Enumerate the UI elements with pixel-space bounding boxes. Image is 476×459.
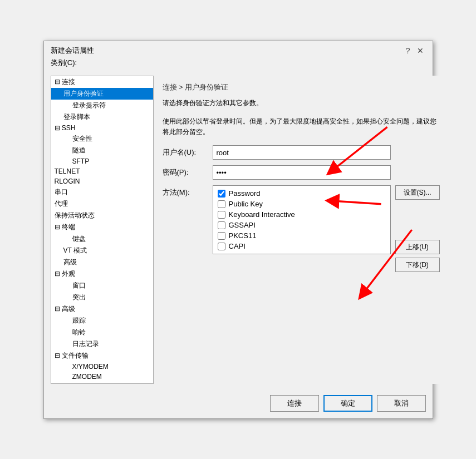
tree-label: 代理 <box>55 199 68 209</box>
desc2: 使用此部分以节省登录时间。但是，为了最大限度地提高安全性，如果担心安全问题，建议… <box>163 116 440 137</box>
tree-item-2[interactable]: 登录提示符 <box>51 100 153 111</box>
settings-button[interactable]: 设置(S)... <box>395 185 440 200</box>
tree-item-17[interactable]: ⊟ 外观 <box>51 268 153 280</box>
method-checkbox-keyboard-interactive[interactable] <box>218 211 225 219</box>
tree-item-12[interactable]: 保持活动状态 <box>51 210 153 221</box>
tree-label: 突出 <box>72 293 86 302</box>
connect-button[interactable]: 连接 <box>270 395 319 412</box>
methods-buttons: 设置(S)... 上移(U) 下移(D) <box>395 185 440 272</box>
close-button[interactable]: ✕ <box>415 46 426 55</box>
tree-item-13[interactable]: ⊟ 终端 <box>51 221 153 233</box>
tree-item-0[interactable]: ⊟ 连接 <box>51 76 153 88</box>
method-item-password: Password <box>218 189 386 198</box>
tree-item-19[interactable]: 突出 <box>51 292 153 303</box>
tree-item-18[interactable]: 窗口 <box>51 280 153 292</box>
tree-item-11[interactable]: 代理 <box>51 198 153 210</box>
method-row: 方法(M): PasswordPublic KeyKeyboard Intera… <box>163 185 440 272</box>
method-label: 方法(M): <box>163 185 213 198</box>
method-checkbox-pkcs11[interactable] <box>218 232 225 240</box>
tree-label: ⊟ SSH <box>55 124 76 132</box>
tree-label: ⊟ 高级 <box>55 304 75 314</box>
tree-label: 用户身份验证 <box>63 89 104 98</box>
tree-label: 保持活动状态 <box>55 211 95 220</box>
method-checkbox-public-key[interactable] <box>218 200 225 208</box>
tree-item-6[interactable]: 隧道 <box>51 145 153 156</box>
tree-label: 日志记录 <box>72 339 99 349</box>
dialog-footer: 连接 确定 取消 <box>44 391 433 418</box>
tree-item-7[interactable]: SFTP <box>51 156 153 166</box>
title-bar: 新建会话属性 ? ✕ <box>44 41 433 58</box>
tree-label: VT 模式 <box>63 246 87 255</box>
tree-label: ⊟ 外观 <box>55 269 75 279</box>
tree-label: 跟踪 <box>72 316 86 325</box>
dialog: 新建会话属性 ? ✕ 类别(C): ⊟ 连接用户身份验证登录提示符登录脚本⊟ S… <box>43 41 433 419</box>
tree-item-3[interactable]: 登录脚本 <box>51 111 153 123</box>
tree-item-26[interactable]: ZMODEM <box>51 372 153 382</box>
username-row: 用户名(U): <box>163 145 440 160</box>
tree-item-8[interactable]: TELNET <box>51 166 153 176</box>
tree-item-9[interactable]: RLOGIN <box>51 176 153 186</box>
help-button[interactable]: ? <box>404 46 413 55</box>
tree-item-23[interactable]: 日志记录 <box>51 338 153 350</box>
tree-label: 高级 <box>63 258 77 267</box>
tree-item-15[interactable]: VT 模式 <box>51 245 153 256</box>
password-input[interactable] <box>213 165 391 180</box>
tree-item-24[interactable]: ⊟ 文件传输 <box>51 350 153 362</box>
username-input[interactable] <box>213 145 391 160</box>
tree-label: 隧道 <box>72 146 86 155</box>
tree-label: ⊟ 终端 <box>55 223 75 232</box>
tree-label: 键盘 <box>72 234 86 244</box>
tree-item-5[interactable]: 安全性 <box>51 133 153 145</box>
methods-box: PasswordPublic KeyKeyboard InteractiveGS… <box>213 185 391 254</box>
tree-label: RLOGIN <box>55 177 80 185</box>
desc1: 请选择身份验证方法和其它参数。 <box>163 98 440 108</box>
tree-panel: ⊟ 连接用户身份验证登录提示符登录脚本⊟ SSH安全性隧道SFTP TELNET… <box>51 76 154 384</box>
password-row: 密码(P): <box>163 165 440 180</box>
title-bar-controls: ? ✕ <box>404 46 426 55</box>
method-checkbox-gssapi[interactable] <box>218 221 225 229</box>
tree-item-4[interactable]: ⊟ SSH <box>51 123 153 133</box>
method-item-keyboard-interactive: Keyboard Interactive <box>218 210 386 219</box>
category-label: 类别(C): <box>44 58 433 71</box>
method-label-password: Password <box>229 189 261 198</box>
method-item-public-key: Public Key <box>218 200 386 208</box>
method-checkbox-password[interactable] <box>218 190 225 198</box>
tree-item-20[interactable]: ⊟ 高级 <box>51 303 153 315</box>
tree-label: TELNET <box>55 167 80 175</box>
tree-label: 安全性 <box>72 134 92 144</box>
tree-label: ⊟ 连接 <box>55 77 75 87</box>
method-checkbox-capi[interactable] <box>218 243 225 250</box>
dialog-title: 新建会话属性 <box>51 46 94 56</box>
ok-button[interactable]: 确定 <box>323 395 372 412</box>
tree-label: 响铃 <box>72 328 86 337</box>
tree-item-1[interactable]: 用户身份验证 <box>51 88 153 100</box>
method-item-capi: CAPI <box>218 242 386 250</box>
method-label-keyboard-interactive: Keyboard Interactive <box>229 210 295 219</box>
breadcrumb: 连接 > 用户身份验证 <box>163 82 440 92</box>
tree-label: X/YMODEM <box>72 363 109 371</box>
tree-label: 串口 <box>55 187 68 197</box>
content-panel: 连接 > 用户身份验证 请选择身份验证方法和其它参数。 使用此部分以节省登录时间… <box>154 76 449 384</box>
tree-label: ⊟ 文件传输 <box>55 351 89 361</box>
tree-item-10[interactable]: 串口 <box>51 186 153 198</box>
tree-item-22[interactable]: 响铃 <box>51 327 153 338</box>
tree-item-14[interactable]: 键盘 <box>51 233 153 245</box>
tree-label: ZMODEM <box>72 373 102 381</box>
method-label-public-key: Public Key <box>229 200 263 208</box>
method-label-capi: CAPI <box>229 242 246 250</box>
method-item-gssapi: GSSAPI <box>218 221 386 229</box>
tree-item-16[interactable]: 高级 <box>51 256 153 268</box>
cancel-button[interactable]: 取消 <box>377 395 426 412</box>
tree-label: SFTP <box>72 157 90 165</box>
tree-label: 登录提示符 <box>72 101 106 110</box>
method-label-pkcs11: PKCS11 <box>229 231 257 240</box>
tree-label: 登录脚本 <box>63 112 90 122</box>
tree-item-25[interactable]: X/YMODEM <box>51 362 153 372</box>
up-button[interactable]: 上移(U) <box>395 240 440 254</box>
dialog-body: ⊟ 连接用户身份验证登录提示符登录脚本⊟ SSH安全性隧道SFTP TELNET… <box>44 71 433 391</box>
tree-label: 窗口 <box>72 281 86 290</box>
tree-item-21[interactable]: 跟踪 <box>51 315 153 327</box>
down-button[interactable]: 下移(D) <box>395 258 440 272</box>
method-label-gssapi: GSSAPI <box>229 221 256 229</box>
method-item-pkcs11: PKCS11 <box>218 231 386 240</box>
